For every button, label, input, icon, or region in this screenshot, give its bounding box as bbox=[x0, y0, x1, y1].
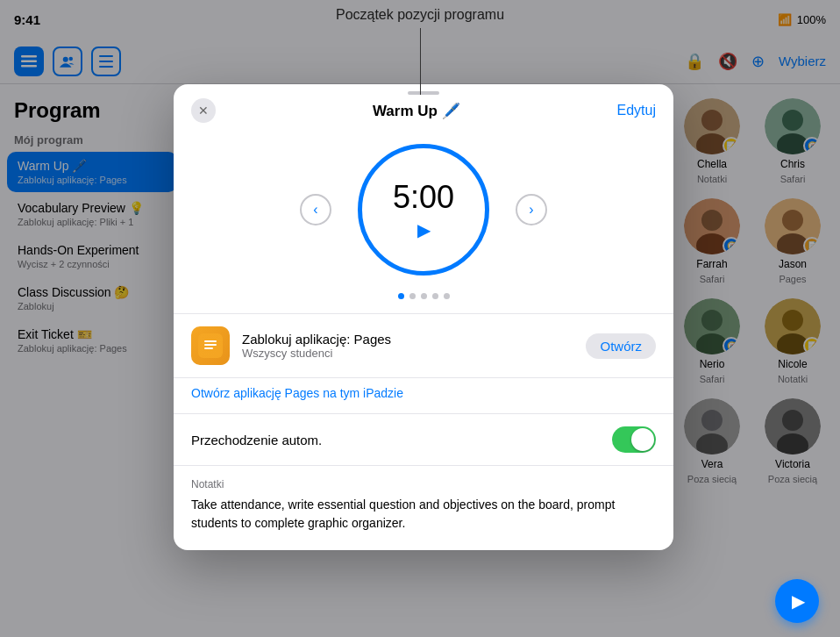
toggle-label: Przechodzenie autom. bbox=[191, 433, 322, 447]
svg-rect-35 bbox=[204, 347, 213, 349]
notes-text: Take attendance, write essential questio… bbox=[191, 496, 656, 533]
timer-circle: 5:00 ▶ bbox=[358, 144, 489, 276]
timer-next-button[interactable]: › bbox=[516, 194, 547, 225]
annotation-text: Początek pozycji programu bbox=[336, 7, 504, 23]
svg-rect-34 bbox=[204, 344, 217, 346]
dot-5 bbox=[444, 293, 450, 299]
dot-1 bbox=[398, 293, 404, 299]
bottom-play-icon: ▶ bbox=[792, 590, 805, 612]
bottom-play-button[interactable]: ▶ bbox=[775, 579, 819, 623]
drag-handle bbox=[408, 91, 439, 95]
modal-title: Warm Up 🖊️ bbox=[216, 102, 617, 120]
timer-prev-button[interactable]: ‹ bbox=[300, 194, 331, 225]
app-link-section: Otwórz aplikację Pages na tym iPadzie bbox=[174, 378, 673, 414]
annotation-line bbox=[420, 28, 421, 95]
pages-app-icon bbox=[191, 326, 230, 365]
modal-header: ✕ Warm Up 🖊️ Edytuj bbox=[174, 84, 673, 130]
page-dots bbox=[174, 290, 673, 313]
modal-warmup: ✕ Warm Up 🖊️ Edytuj ‹ 5:00 ▶ › bbox=[174, 84, 673, 550]
auto-advance-toggle[interactable] bbox=[612, 426, 656, 453]
dot-4 bbox=[432, 293, 438, 299]
app-link[interactable]: Otwórz aplikację Pages na tym iPadzie bbox=[191, 386, 403, 400]
svg-rect-33 bbox=[204, 340, 217, 342]
app-section: Zablokuj aplikację: Pages Wszyscy studen… bbox=[174, 314, 673, 378]
dot-2 bbox=[409, 293, 416, 299]
notes-label: Notatki bbox=[191, 478, 656, 490]
app-info: Zablokuj aplikację: Pages Wszyscy studen… bbox=[242, 332, 573, 360]
modal-edit-button[interactable]: Edytuj bbox=[617, 103, 656, 118]
open-app-button[interactable]: Otwórz bbox=[586, 333, 656, 359]
notes-section: Notatki Take attendance, write essential… bbox=[174, 466, 673, 550]
app-sub: Wszyscy studenci bbox=[242, 347, 573, 360]
timer-play-icon: ▶ bbox=[417, 219, 431, 240]
app-name: Zablokuj aplikację: Pages bbox=[242, 332, 573, 347]
dot-3 bbox=[421, 293, 427, 299]
timer-display: 5:00 bbox=[393, 179, 454, 216]
toggle-thumb bbox=[631, 428, 654, 451]
toggle-section: Przechodzenie autom. bbox=[174, 414, 673, 466]
modal-close-button[interactable]: ✕ bbox=[191, 98, 216, 123]
timer-section: ‹ 5:00 ▶ › bbox=[174, 130, 673, 290]
